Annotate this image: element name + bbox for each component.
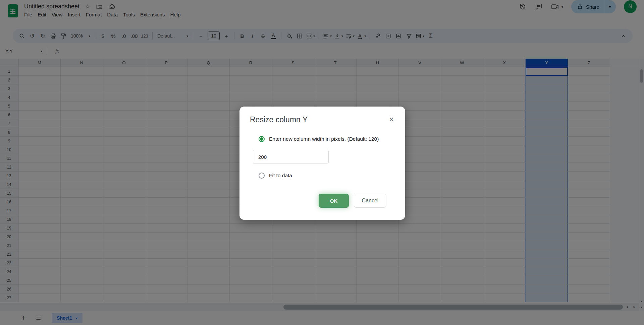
- dialog-buttons: OK Cancel: [319, 194, 386, 208]
- close-icon[interactable]: ×: [389, 115, 394, 123]
- ok-button[interactable]: OK: [319, 194, 349, 208]
- column-width-input[interactable]: [253, 150, 329, 164]
- dialog-title: Resize column Y: [250, 115, 308, 124]
- resize-column-dialog: Resize column Y × Enter new column width…: [239, 107, 405, 220]
- option-enter-width-label: Enter new column width in pixels. (Defau…: [269, 136, 379, 142]
- radio-fit-to-data[interactable]: [259, 173, 265, 179]
- option-enter-width[interactable]: Enter new column width in pixels. (Defau…: [259, 136, 379, 142]
- radio-enter-width[interactable]: [259, 136, 265, 142]
- cancel-button[interactable]: Cancel: [354, 194, 386, 208]
- google-sheets-app: Untitled spreadsheet ☆ FileEditViewInser…: [0, 0, 644, 325]
- option-fit-to-data-label: Fit to data: [269, 173, 292, 179]
- option-fit-to-data[interactable]: Fit to data: [259, 173, 292, 179]
